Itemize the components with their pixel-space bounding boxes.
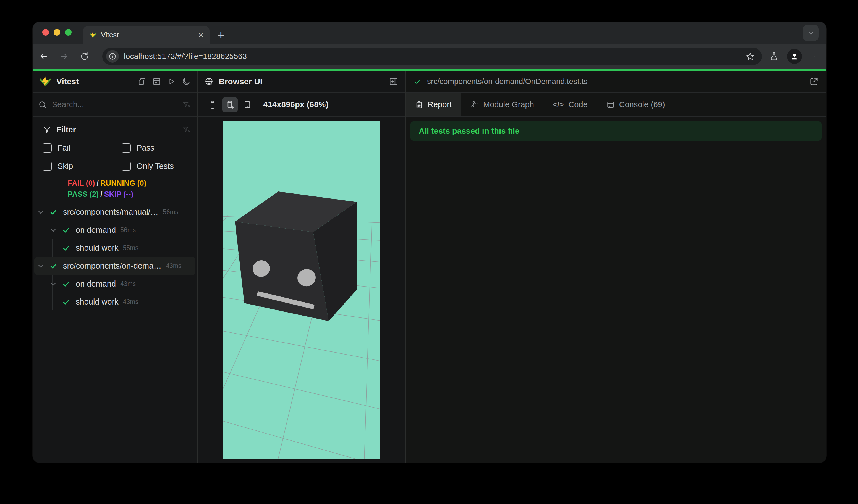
browser-menu-icon[interactable] bbox=[807, 49, 823, 64]
duration-badge: 43ms bbox=[120, 280, 136, 288]
collapse-panels-icon[interactable] bbox=[138, 77, 146, 86]
address-bar[interactable]: localhost:5173/#/?file=1828625563 bbox=[102, 48, 762, 65]
running-count: RUNNING (0) bbox=[100, 179, 146, 188]
run-all-play-icon[interactable] bbox=[167, 77, 176, 86]
dashboard-report-icon[interactable] bbox=[152, 77, 161, 86]
filter-option-fail[interactable]: Fail bbox=[43, 143, 122, 152]
tab-label: Report bbox=[428, 100, 452, 109]
device-phone-button[interactable] bbox=[205, 97, 220, 112]
tree-row-suite[interactable]: on demand 56ms bbox=[34, 221, 195, 239]
tab-search-button[interactable] bbox=[803, 25, 819, 41]
tree-row-test[interactable]: should work 55ms bbox=[34, 239, 195, 257]
viewport-area bbox=[197, 117, 405, 463]
report-tabs: Report Module Graph </> Code Console bbox=[406, 93, 826, 117]
report-content: All tests passed in this file bbox=[406, 117, 826, 463]
clear-filter-icon[interactable] bbox=[182, 126, 190, 134]
bookmark-star-icon[interactable] bbox=[743, 49, 757, 64]
tab-close-icon[interactable]: × bbox=[198, 31, 204, 39]
tab-title: Vitest bbox=[101, 31, 198, 39]
profile-button[interactable] bbox=[787, 49, 802, 64]
test-tree: src/components/manual/… 56ms on demand 5… bbox=[33, 203, 197, 311]
tab-label: Console (69) bbox=[619, 100, 665, 109]
chevron-down-icon bbox=[807, 29, 815, 37]
search-input[interactable] bbox=[52, 100, 182, 109]
search-row bbox=[33, 93, 197, 117]
test-stats: FAIL (0)/RUNNING (0) PASS (2)/SKIP (--) bbox=[33, 178, 197, 200]
duration-badge: 43ms bbox=[123, 298, 139, 306]
fail-count: FAIL (0) bbox=[68, 179, 95, 188]
report-header: src/components/on-demand/OnDemand.test.t… bbox=[406, 71, 826, 93]
duration-badge: 56ms bbox=[120, 226, 136, 234]
browser-ui-panel: Browser UI 414x896px (68%) bbox=[197, 71, 406, 463]
panel-right-icon[interactable] bbox=[389, 77, 398, 86]
console-icon bbox=[606, 101, 615, 109]
tab-code[interactable]: </> Code bbox=[543, 93, 597, 116]
all-tests-passed-banner: All tests passed in this file bbox=[411, 121, 822, 141]
pass-check-icon bbox=[62, 226, 70, 234]
checkbox-pass[interactable] bbox=[122, 143, 131, 152]
tab-label: Code bbox=[568, 100, 587, 109]
module-graph-icon bbox=[471, 101, 479, 109]
pass-check-icon bbox=[413, 77, 422, 86]
pass-check-icon bbox=[49, 208, 58, 216]
tree-row-file-selected[interactable]: src/components/on-dema… 43ms bbox=[34, 257, 195, 275]
chevron-down-icon[interactable] bbox=[49, 280, 58, 288]
tab-report[interactable]: Report bbox=[406, 93, 461, 116]
tree-row-file[interactable]: src/components/manual/… 56ms bbox=[34, 203, 195, 221]
vitest-accent-line bbox=[33, 68, 826, 71]
app-title: Vitest bbox=[57, 77, 79, 86]
tab-label: Module Graph bbox=[483, 100, 534, 109]
pass-check-icon bbox=[49, 262, 58, 270]
filter-option-only-tests[interactable]: Only Tests bbox=[122, 162, 174, 171]
tab-module-graph[interactable]: Module Graph bbox=[461, 93, 543, 116]
close-window-button[interactable] bbox=[42, 29, 49, 36]
viewport-size-label[interactable]: 414x896px (68%) bbox=[263, 100, 329, 109]
filter-option-pass[interactable]: Pass bbox=[122, 143, 154, 152]
browser-window: Vitest × + localhost:5173/#/?file=182 bbox=[33, 22, 826, 463]
vitest-logo-icon bbox=[39, 76, 51, 87]
window-controls bbox=[42, 29, 72, 36]
code-icon: </> bbox=[553, 100, 564, 109]
chevron-down-icon[interactable] bbox=[49, 226, 58, 234]
reload-button[interactable] bbox=[77, 49, 92, 64]
browser-viewport[interactable] bbox=[223, 121, 380, 459]
device-toolbar: 414x896px (68%) bbox=[197, 93, 405, 117]
sidebar: Vitest bbox=[33, 71, 197, 463]
tree-row-suite[interactable]: on demand 43ms bbox=[34, 275, 195, 293]
forward-button[interactable] bbox=[57, 49, 72, 64]
experiments-flask-icon[interactable] bbox=[766, 49, 782, 64]
chevron-down-icon[interactable] bbox=[36, 208, 45, 216]
checkbox-skip[interactable] bbox=[43, 162, 52, 171]
chevron-down-icon[interactable] bbox=[36, 262, 45, 270]
filter-title: Filter bbox=[57, 125, 182, 134]
zoom-window-button[interactable] bbox=[65, 29, 72, 36]
clipboard-icon bbox=[415, 101, 423, 109]
open-external-icon[interactable] bbox=[809, 77, 819, 86]
device-tablet-button[interactable] bbox=[240, 97, 255, 112]
pass-count: PASS (2) bbox=[68, 190, 99, 198]
new-tab-button[interactable]: + bbox=[214, 28, 228, 42]
test-file-path: src/components/on-demand/OnDemand.test.t… bbox=[427, 77, 809, 86]
search-icon bbox=[38, 100, 47, 109]
sidebar-header: Vitest bbox=[33, 71, 197, 93]
tree-row-test[interactable]: should work 43ms bbox=[34, 293, 195, 311]
clear-filter-icon[interactable] bbox=[182, 101, 190, 109]
skip-count: SKIP (--) bbox=[104, 190, 133, 198]
dark-mode-moon-icon[interactable] bbox=[181, 77, 190, 86]
browser-ui-title: Browser UI bbox=[219, 77, 262, 86]
minimize-window-button[interactable] bbox=[54, 29, 60, 36]
back-button[interactable] bbox=[36, 49, 51, 64]
duration-badge: 43ms bbox=[166, 262, 181, 270]
url-text[interactable]: localhost:5173/#/?file=1828625563 bbox=[124, 52, 743, 61]
device-phone-plus-button[interactable] bbox=[222, 97, 238, 112]
browser-toolbar: localhost:5173/#/?file=1828625563 bbox=[33, 44, 826, 68]
duration-badge: 56ms bbox=[163, 208, 178, 216]
filter-option-skip[interactable]: Skip bbox=[43, 162, 122, 171]
checkbox-fail[interactable] bbox=[43, 143, 52, 152]
browser-tab[interactable]: Vitest × bbox=[83, 26, 209, 44]
checkbox-only-tests[interactable] bbox=[122, 162, 131, 171]
globe-icon bbox=[204, 77, 214, 86]
site-info-icon[interactable] bbox=[106, 50, 119, 63]
tab-console[interactable]: Console (69) bbox=[597, 93, 674, 116]
browser-ui-header: Browser UI bbox=[197, 71, 405, 93]
